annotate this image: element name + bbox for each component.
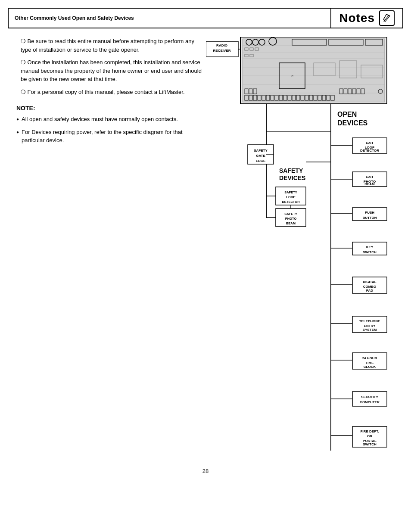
svg-text:COMPUTER: COMPUTER: [360, 400, 380, 404]
svg-text:BEAM: BEAM: [286, 221, 296, 225]
intro-para-1: ❍ Be sure to read this entire manual bef…: [8, 37, 202, 54]
header: Other Commonly Used Open and Safety Devi…: [8, 8, 403, 28]
svg-text:LOOP: LOOP: [286, 195, 295, 199]
svg-text:DEVICES: DEVICES: [337, 119, 368, 127]
svg-text:IC: IC: [291, 75, 294, 78]
svg-text:KEY: KEY: [366, 245, 374, 249]
header-section-title: Other Commonly Used Open and Safety Devi…: [9, 9, 331, 28]
notes-title: Notes: [339, 11, 375, 25]
svg-text:SAFETY: SAFETY: [254, 149, 268, 152]
svg-text:PHOTO: PHOTO: [285, 217, 297, 221]
svg-text:ENTRY: ENTRY: [364, 324, 376, 328]
svg-text:PAD: PAD: [366, 289, 374, 292]
svg-text:SAFETY: SAFETY: [284, 190, 297, 194]
svg-text:EXIT: EXIT: [366, 141, 374, 145]
note-title: NOTE:: [16, 105, 202, 112]
svg-text:SWITCH: SWITCH: [363, 250, 377, 254]
svg-text:DETECTOR: DETECTOR: [282, 200, 300, 204]
svg-text:BUTTON: BUTTON: [362, 216, 377, 220]
svg-text:OR: OR: [367, 434, 372, 438]
svg-text:TIME: TIME: [365, 361, 374, 365]
svg-text:SECUTITY: SECUTITY: [361, 395, 378, 399]
svg-text:PUSH: PUSH: [365, 211, 374, 215]
svg-text:EXIT: EXIT: [366, 175, 374, 179]
note-item-1: All open and safety devices must have no…: [16, 115, 202, 124]
svg-text:GATE: GATE: [256, 154, 265, 158]
left-text-block: ❍ Be sure to read this entire manual bef…: [8, 37, 206, 459]
pencil-icon: [379, 10, 395, 26]
svg-text:CLOCK: CLOCK: [364, 365, 376, 369]
svg-text:COMBO: COMBO: [363, 285, 377, 289]
svg-text:SWITCH: SWITCH: [363, 442, 377, 446]
content-area: ❍ Be sure to read this entire manual bef…: [8, 37, 403, 459]
svg-text:24 HOUR: 24 HOUR: [362, 356, 377, 360]
note-section: NOTE: All open and safety devices must h…: [8, 105, 202, 145]
page-number: 28: [0, 459, 411, 479]
svg-text:SAFETY: SAFETY: [279, 167, 303, 174]
svg-text:SYSTEM: SYSTEM: [363, 328, 377, 332]
svg-text:DETECTOR: DETECTOR: [360, 149, 379, 152]
intro-para-3: ❍ For a personal copy of this manual, pl…: [8, 88, 202, 96]
page-wrapper: Other Commonly Used Open and Safety Devi…: [0, 8, 411, 532]
notes-section: Notes: [331, 9, 402, 28]
right-diagram: IC: [206, 37, 403, 459]
svg-text:TELEPHONE: TELEPHONE: [359, 319, 381, 323]
svg-text:FIRE DEPT.: FIRE DEPT.: [360, 429, 379, 433]
wiring-diagram: IC: [206, 37, 391, 459]
svg-text:EDGE: EDGE: [256, 159, 266, 163]
svg-text:RADIO: RADIO: [216, 44, 227, 47]
section-title-text: Other Commonly Used Open and Safety Devi…: [15, 15, 134, 21]
svg-text:SAFETY: SAFETY: [284, 212, 297, 216]
svg-text:DEVICES: DEVICES: [279, 174, 305, 181]
svg-text:DIGITAL: DIGITAL: [363, 280, 377, 284]
intro-para-2: ❍ Once the installation has been complet…: [8, 58, 202, 84]
note-item-2: For Devices requiring power, refer to th…: [16, 128, 202, 145]
svg-text:BEAM: BEAM: [364, 182, 375, 186]
svg-text:RECEIVER: RECEIVER: [213, 49, 231, 53]
svg-text:OPEN: OPEN: [337, 111, 357, 118]
